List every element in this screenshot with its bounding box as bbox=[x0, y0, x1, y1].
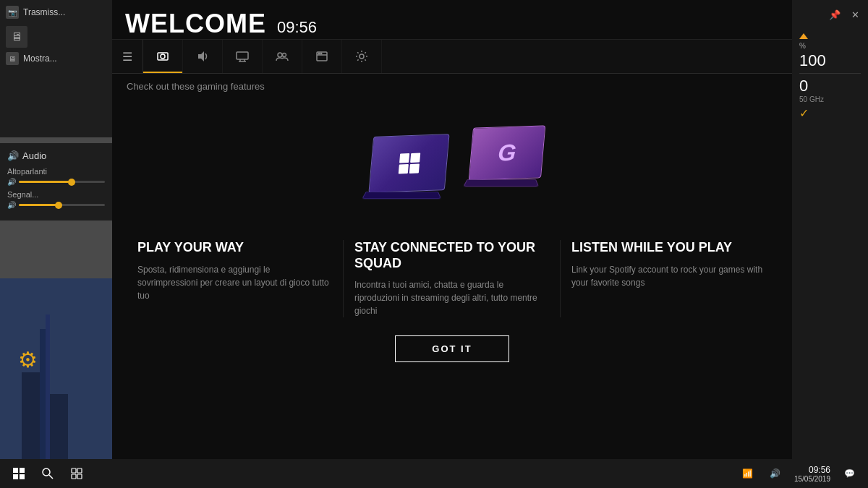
svg-point-8 bbox=[283, 53, 286, 57]
audio-title: 🔊 Audio bbox=[7, 150, 105, 161]
taskbar-right: 📶 🔊 09:56 15/05/2019 💬 bbox=[736, 462, 861, 485]
svg-rect-16 bbox=[13, 474, 18, 479]
win-key-top bbox=[368, 134, 449, 193]
svg-line-19 bbox=[49, 475, 53, 479]
squad-title: STAY CONNECTED TO YOUR SQUAD bbox=[354, 240, 549, 271]
task-view-icon bbox=[71, 468, 82, 479]
transmit-panel: 📷 Trasmiss... 🖥 🖥 Mostra... bbox=[0, 0, 112, 137]
modal-header: WELCOME 09:56 bbox=[112, 0, 792, 40]
signal-label: Segnal... bbox=[7, 190, 105, 199]
signal-fill bbox=[19, 204, 58, 206]
svg-point-1 bbox=[161, 54, 165, 59]
camera-icon: 📷 bbox=[6, 6, 19, 19]
check-icon: ✓ bbox=[799, 106, 861, 120]
svg-rect-17 bbox=[20, 474, 25, 479]
main-modal: WELCOME 09:56 ☰ bbox=[112, 0, 792, 459]
feature-stay-connected: STAY CONNECTED TO YOUR SQUAD Incontra i … bbox=[344, 240, 561, 317]
taskbar-date: 15/05/2019 bbox=[794, 475, 830, 483]
task-view-button[interactable] bbox=[65, 462, 88, 485]
close-button[interactable]: ✕ bbox=[846, 6, 864, 23]
audio-icon: 🔊 bbox=[7, 150, 19, 161]
tab-social[interactable] bbox=[263, 40, 302, 73]
signal-slider[interactable] bbox=[19, 204, 105, 206]
left-panel: 📷 Trasmiss... 🖥 🖥 Mostra... 🔊 Audio Alto… bbox=[0, 0, 112, 459]
monitor-icon: 🖥 bbox=[6, 52, 19, 65]
win-logo-br bbox=[409, 164, 419, 174]
win-logo-tl bbox=[399, 153, 409, 163]
audio-panel: 🔊 Audio Altoparlanti 🔊 Segnal... 🔊 bbox=[0, 143, 112, 221]
got-it-button[interactable]: GOT IT bbox=[395, 335, 509, 362]
tab-capture[interactable] bbox=[143, 40, 183, 73]
modal-title: WELCOME bbox=[125, 9, 266, 39]
got-it-container: GOT IT bbox=[112, 328, 792, 377]
speaker-label: Altoparlanti bbox=[7, 167, 105, 176]
svg-point-18 bbox=[43, 468, 50, 476]
speaker-fill bbox=[19, 181, 70, 183]
right-panel: 📌 ✕ % 100 0 50 GHz ✓ bbox=[792, 0, 868, 459]
display-icon bbox=[236, 50, 249, 63]
modal-subtitle: Check out these gaming features bbox=[112, 74, 792, 95]
win-key-side bbox=[361, 192, 441, 199]
show-label: Mostra... bbox=[23, 53, 57, 64]
svg-rect-14 bbox=[13, 468, 18, 473]
svg-marker-2 bbox=[198, 51, 204, 61]
taskbar-left bbox=[7, 462, 88, 485]
tab-audio[interactable] bbox=[183, 40, 223, 73]
play-title: PLAY YOUR WAY bbox=[137, 240, 332, 256]
tab-display[interactable] bbox=[223, 40, 263, 73]
play-desc: Sposta, ridimensiona e aggiungi le sovri… bbox=[137, 263, 332, 302]
settings-icon bbox=[355, 50, 368, 63]
windows-key bbox=[364, 135, 443, 193]
audio-tab-icon bbox=[196, 50, 209, 63]
screen-icon[interactable]: 🖥 bbox=[6, 26, 27, 48]
g-key-top: G bbox=[468, 125, 545, 180]
feature-listen: LISTEN WHILE YOU PLAY Link your Spotify … bbox=[561, 240, 778, 317]
pin-button[interactable]: 📌 bbox=[826, 6, 843, 23]
tab-settings[interactable] bbox=[342, 40, 382, 73]
chevron-up-icon bbox=[799, 33, 808, 39]
signal-icon-sm: 🔊 bbox=[7, 201, 16, 209]
divider bbox=[799, 73, 861, 74]
right-panel-content: % 100 0 50 GHz ✓ bbox=[792, 29, 868, 124]
svg-rect-22 bbox=[72, 474, 76, 479]
system-tray: 📶 🔊 bbox=[736, 462, 787, 485]
speaker-slider[interactable] bbox=[19, 181, 105, 183]
volume-icon: 🔊 bbox=[764, 462, 787, 485]
svg-point-11 bbox=[318, 53, 320, 54]
transmit-label: Trasmiss... bbox=[23, 7, 65, 17]
title-row: WELCOME 09:56 bbox=[125, 9, 317, 39]
speed-0-value: 0 bbox=[799, 77, 861, 95]
svg-rect-23 bbox=[77, 474, 82, 479]
capture-icon bbox=[156, 50, 169, 63]
svg-point-12 bbox=[320, 53, 322, 54]
taskbar-clock: 09:56 15/05/2019 bbox=[794, 465, 830, 483]
hamburger-button[interactable]: ☰ bbox=[112, 40, 143, 73]
social-icon bbox=[276, 50, 289, 63]
search-icon bbox=[42, 468, 54, 479]
svg-rect-20 bbox=[72, 468, 76, 473]
transmit-row: 📷 Trasmiss... bbox=[6, 6, 106, 19]
windows-logo bbox=[398, 153, 420, 174]
g-key: G bbox=[465, 127, 541, 181]
g-key-side bbox=[462, 179, 538, 187]
speed-100-label: % bbox=[799, 42, 861, 50]
win-logo-bl bbox=[398, 164, 408, 174]
taskbar: 📶 🔊 09:56 15/05/2019 💬 bbox=[0, 459, 868, 488]
wifi-icon: 📶 bbox=[736, 462, 760, 485]
listen-title: LISTEN WHILE YOU PLAY bbox=[571, 240, 767, 256]
browser-icon bbox=[315, 50, 328, 63]
tab-browser[interactable] bbox=[302, 40, 342, 73]
start-button[interactable] bbox=[7, 462, 30, 485]
modal-time: 09:56 bbox=[277, 18, 317, 37]
listen-desc: Link your Spotify account to rock your g… bbox=[571, 263, 767, 289]
squad-desc: Incontra i tuoi amici, chatta e guarda l… bbox=[354, 278, 549, 317]
right-panel-controls: 📌 ✕ bbox=[792, 0, 868, 29]
taskbar-time: 09:56 bbox=[794, 465, 830, 475]
svg-rect-15 bbox=[20, 468, 25, 473]
show-row: 🖥 Mostra... bbox=[6, 52, 106, 65]
speaker-icon-sm: 🔊 bbox=[7, 178, 16, 186]
signal-slider-row: Segnal... 🔊 bbox=[7, 190, 105, 209]
search-button[interactable] bbox=[36, 462, 59, 485]
notification-icon[interactable]: 💬 bbox=[838, 462, 861, 485]
speaker-thumb bbox=[68, 179, 75, 186]
